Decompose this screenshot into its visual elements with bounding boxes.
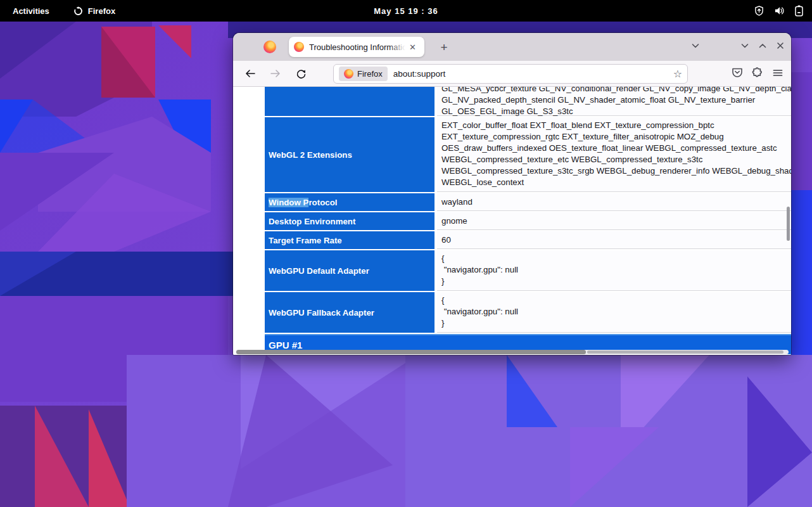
- activities-button[interactable]: Activities: [13, 6, 49, 16]
- navigation-toolbar: Firefox about:support ☆: [233, 61, 791, 87]
- row-value-cell: EXT_color_buffer_float EXT_float_blend E…: [437, 117, 791, 192]
- tab-title-fade: [389, 42, 405, 52]
- url-text[interactable]: about:support: [393, 69, 673, 79]
- active-tab[interactable]: Troubleshooting Information ✕: [289, 37, 424, 57]
- app-menu-label: Firefox: [88, 6, 115, 16]
- url-identity-chip[interactable]: Firefox: [339, 67, 388, 81]
- table-row: WebGL 2 Extensions EXT_color_buffer_floa…: [265, 117, 791, 192]
- url-chip-label: Firefox: [357, 69, 383, 79]
- page-content: GL_MESA_ycbcr_texture GL_NV_conditional_…: [233, 87, 791, 355]
- table-row: Target Frame Rate 60: [265, 231, 791, 249]
- list-all-tabs-chevron-down-icon[interactable]: [690, 41, 701, 53]
- clock[interactable]: May 15 19 : 36: [374, 6, 438, 16]
- firefox-window: Troubleshooting Information ✕ +: [233, 33, 791, 355]
- pocket-icon[interactable]: [732, 67, 743, 80]
- row-header-desktop-environment: Desktop Environment: [265, 212, 435, 230]
- row-header-window-protocol: Window Protocol: [265, 193, 435, 211]
- tab-favicon-firefox-icon: [294, 42, 304, 52]
- url-bar[interactable]: Firefox about:support ☆: [333, 64, 688, 84]
- volume-icon[interactable]: [774, 6, 785, 16]
- shield-icon[interactable]: [754, 6, 764, 16]
- row-header-webgl2-extensions: WebGL 2 Extensions: [265, 117, 435, 192]
- reload-button[interactable]: [291, 64, 310, 83]
- horizontal-scrollbar[interactable]: [236, 350, 789, 354]
- firefox-favicon-icon: [344, 69, 353, 79]
- minimize-button[interactable]: [740, 41, 750, 53]
- row-value-cell: GL_MESA_ycbcr_texture GL_NV_conditional_…: [437, 87, 791, 116]
- extensions-puzzle-icon[interactable]: [752, 67, 763, 81]
- close-button[interactable]: [775, 41, 785, 53]
- horizontal-scrollbar-track-end: [587, 350, 783, 354]
- row-value-cell: wayland: [437, 193, 791, 211]
- table-row: Desktop Environment gnome: [265, 212, 791, 230]
- battery-icon[interactable]: [795, 5, 803, 16]
- bookmark-star-icon[interactable]: ☆: [673, 68, 682, 80]
- table-row: Window Protocol wayland: [265, 193, 791, 211]
- table-row: WebGPU Default Adapter { "navigator.gpu"…: [265, 250, 791, 291]
- row-header-target-frame-rate: Target Frame Rate: [265, 231, 435, 249]
- forward-button[interactable]: [266, 64, 285, 83]
- firefox-app-icon: [73, 6, 83, 16]
- row-value-cell: 60: [437, 231, 791, 249]
- row-value-cell: { "navigator.gpu": null }: [437, 250, 791, 291]
- tab-close-icon[interactable]: ✕: [408, 42, 417, 53]
- row-value-cell: { "navigator.gpu": null }: [437, 292, 791, 333]
- table-row: WebGPU Fallback Adapter { "navigator.gpu…: [265, 292, 791, 333]
- app-menu-button[interactable]: Firefox: [73, 6, 115, 16]
- new-tab-button[interactable]: +: [436, 39, 452, 56]
- menu-hamburger-icon[interactable]: [772, 68, 783, 80]
- horizontal-scrollbar-thumb[interactable]: [236, 350, 586, 354]
- gnome-top-bar: Activities Firefox May 15 19 : 36: [0, 0, 812, 22]
- row-header-webgpu-default-adapter: WebGPU Default Adapter: [265, 250, 435, 291]
- maximize-button[interactable]: [758, 41, 768, 53]
- activities-label: Activities: [13, 6, 49, 16]
- firefox-logo-button[interactable]: [263, 41, 276, 53]
- vertical-scrollbar-thumb[interactable]: [787, 207, 790, 241]
- support-table: GL_MESA_ycbcr_texture GL_NV_conditional_…: [265, 87, 791, 355]
- row-header-webgpu-fallback-adapter: WebGPU Fallback Adapter: [265, 292, 435, 333]
- find-highlight: Window P: [269, 198, 308, 207]
- row-value-cell: gnome: [437, 212, 791, 230]
- row-header-cell: [265, 87, 435, 116]
- tab-bar: Troubleshooting Information ✕ +: [233, 33, 791, 61]
- back-button[interactable]: [241, 64, 260, 83]
- table-row: GL_MESA_ycbcr_texture GL_NV_conditional_…: [265, 87, 791, 116]
